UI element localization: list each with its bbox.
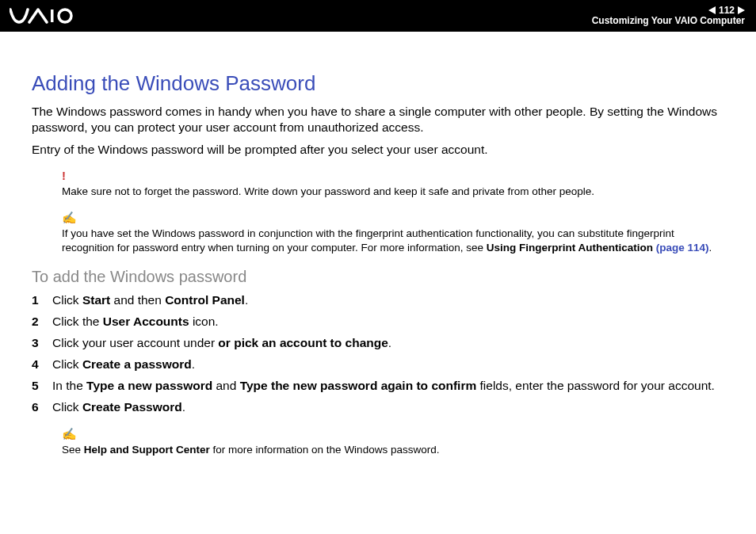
step-4: Click Create a password. (32, 357, 724, 373)
tip-note-2: ✍ See Help and Support Center for more i… (32, 427, 724, 457)
svg-point-1 (59, 10, 71, 22)
tip2-bold: Help and Support Center (84, 444, 210, 456)
tip1-suffix: . (709, 242, 712, 254)
tip2-suffix: for more information on the Windows pass… (210, 444, 440, 456)
tip2-prefix: See (62, 444, 84, 456)
svg-rect-0 (51, 10, 54, 22)
step-1: Click Start and then Control Panel. (32, 292, 724, 309)
step-2: Click the User Accounts icon. (32, 314, 724, 330)
page-content: Adding the Windows Password The Windows … (0, 32, 756, 481)
intro-para-2: Entry of the Windows password will be pr… (32, 142, 724, 158)
warning-icon: ! (62, 169, 66, 182)
step-6: Click Create Password. (32, 399, 724, 416)
vaio-logo (10, 0, 89, 32)
header-right: 112 Customizing Your VAIO Computer (592, 6, 745, 26)
pencil-icon: ✍ (62, 211, 77, 224)
breadcrumb: Customizing Your VAIO Computer (592, 16, 745, 26)
tip-note-1: ✍ If you have set the Windows password i… (32, 211, 724, 255)
tip-text-1: If you have set the Windows password in … (62, 227, 724, 255)
intro-para-1: The Windows password comes in handy when… (32, 104, 724, 135)
page-link-114[interactable]: (page 114) (653, 242, 709, 254)
prev-page-icon[interactable] (708, 6, 716, 14)
page-title: Adding the Windows Password (32, 71, 724, 96)
warning-note: ! Make sure not to forget the password. … (32, 169, 724, 199)
page-header: 112 Customizing Your VAIO Computer (0, 0, 756, 32)
next-page-icon[interactable] (738, 6, 745, 14)
procedure-subtitle: To add the Windows password (32, 268, 724, 286)
step-5: In the Type a new password and Type the … (32, 378, 724, 395)
tip-text-2: See Help and Support Center for more inf… (62, 443, 724, 457)
warning-text: Make sure not to forget the password. Wr… (62, 185, 724, 199)
steps-list: Click Start and then Control Panel. Clic… (32, 292, 724, 416)
pencil-icon: ✍ (62, 427, 77, 441)
tip1-bold: Using Fingerprint Authentication (487, 242, 653, 254)
step-3: Click your user account under or pick an… (32, 335, 724, 352)
